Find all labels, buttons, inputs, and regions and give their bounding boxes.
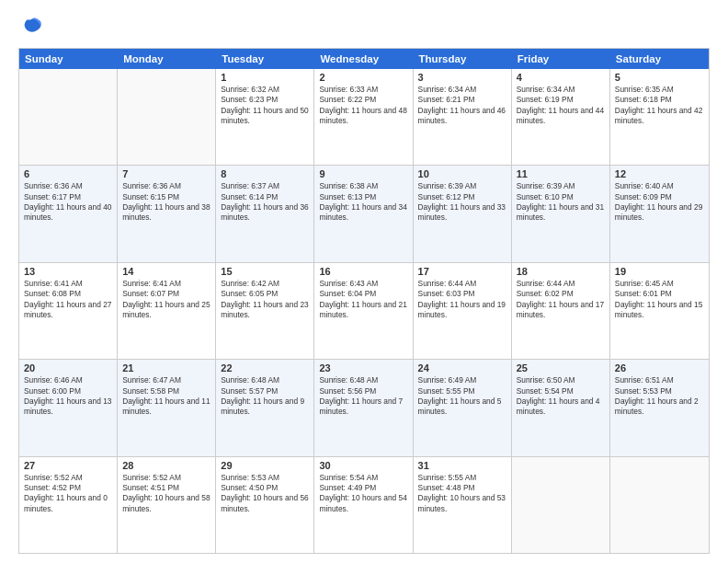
logo-icon xyxy=(18,15,44,40)
day-number: 29 xyxy=(221,460,309,471)
day-number: 13 xyxy=(24,266,112,277)
cell-info: Sunrise: 6:34 AM Sunset: 6:19 PM Dayligh… xyxy=(517,85,605,126)
cell-info: Sunrise: 6:39 AM Sunset: 6:10 PM Dayligh… xyxy=(517,181,605,223)
cell-info: Sunrise: 6:34 AM Sunset: 6:21 PM Dayligh… xyxy=(418,85,506,126)
day-number: 21 xyxy=(122,362,210,373)
calendar-cell-empty-0-1 xyxy=(118,69,216,165)
day-number: 24 xyxy=(418,362,506,373)
calendar-cell-9: 9Sunrise: 6:38 AM Sunset: 6:13 PM Daylig… xyxy=(314,166,413,261)
calendar-cell-10: 10Sunrise: 6:39 AM Sunset: 6:12 PM Dayli… xyxy=(414,166,512,261)
calendar-cell-24: 24Sunrise: 6:49 AM Sunset: 5:55 PM Dayli… xyxy=(414,360,512,455)
day-number: 26 xyxy=(615,362,704,373)
day-number: 18 xyxy=(517,266,605,277)
day-number: 25 xyxy=(517,362,605,373)
header xyxy=(18,15,710,40)
day-number: 11 xyxy=(517,168,605,179)
calendar-cell-14: 14Sunrise: 6:41 AM Sunset: 6:07 PM Dayli… xyxy=(118,263,216,359)
day-number: 16 xyxy=(319,266,407,277)
cell-info: Sunrise: 6:45 AM Sunset: 6:01 PM Dayligh… xyxy=(615,279,704,320)
calendar: SundayMondayTuesdayWednesdayThursdayFrid… xyxy=(18,48,710,554)
calendar-cell-6: 6Sunrise: 6:36 AM Sunset: 6:17 PM Daylig… xyxy=(19,166,118,261)
cell-info: Sunrise: 6:48 AM Sunset: 5:56 PM Dayligh… xyxy=(319,375,407,417)
header-day-saturday: Saturday xyxy=(610,49,709,69)
calendar-cell-13: 13Sunrise: 6:41 AM Sunset: 6:08 PM Dayli… xyxy=(19,263,118,359)
calendar-cell-20: 20Sunrise: 6:46 AM Sunset: 6:00 PM Dayli… xyxy=(19,360,118,455)
day-number: 3 xyxy=(418,72,506,83)
calendar-cell-28: 28Sunrise: 5:52 AM Sunset: 4:51 PM Dayli… xyxy=(118,457,216,553)
cell-info: Sunrise: 5:54 AM Sunset: 4:49 PM Dayligh… xyxy=(319,473,407,514)
calendar-week-2: 6Sunrise: 6:36 AM Sunset: 6:17 PM Daylig… xyxy=(19,166,709,262)
calendar-cell-25: 25Sunrise: 6:50 AM Sunset: 5:54 PM Dayli… xyxy=(512,360,610,455)
day-number: 14 xyxy=(122,266,210,277)
calendar-cell-4: 4Sunrise: 6:34 AM Sunset: 6:19 PM Daylig… xyxy=(512,69,610,165)
cell-info: Sunrise: 6:36 AM Sunset: 6:15 PM Dayligh… xyxy=(122,181,210,223)
day-number: 15 xyxy=(221,266,309,277)
calendar-cell-2: 2Sunrise: 6:33 AM Sunset: 6:22 PM Daylig… xyxy=(314,69,413,165)
cell-info: Sunrise: 5:52 AM Sunset: 4:52 PM Dayligh… xyxy=(24,473,112,514)
day-number: 28 xyxy=(122,460,210,471)
cell-info: Sunrise: 6:42 AM Sunset: 6:05 PM Dayligh… xyxy=(221,279,309,320)
day-number: 27 xyxy=(24,460,112,471)
calendar-cell-15: 15Sunrise: 6:42 AM Sunset: 6:05 PM Dayli… xyxy=(216,263,314,359)
cell-info: Sunrise: 6:46 AM Sunset: 6:00 PM Dayligh… xyxy=(24,375,112,417)
calendar-cell-1: 1Sunrise: 6:32 AM Sunset: 6:23 PM Daylig… xyxy=(216,69,314,165)
day-number: 31 xyxy=(418,460,506,471)
cell-info: Sunrise: 6:41 AM Sunset: 6:07 PM Dayligh… xyxy=(122,279,210,320)
header-day-sunday: Sunday xyxy=(19,49,118,69)
cell-info: Sunrise: 6:44 AM Sunset: 6:03 PM Dayligh… xyxy=(418,279,506,320)
cell-info: Sunrise: 5:52 AM Sunset: 4:51 PM Dayligh… xyxy=(122,473,210,514)
calendar-cell-27: 27Sunrise: 5:52 AM Sunset: 4:52 PM Dayli… xyxy=(19,457,118,553)
header-day-thursday: Thursday xyxy=(414,49,512,69)
logo xyxy=(18,15,48,40)
calendar-header: SundayMondayTuesdayWednesdayThursdayFrid… xyxy=(19,49,709,69)
calendar-cell-26: 26Sunrise: 6:51 AM Sunset: 5:53 PM Dayli… xyxy=(610,360,709,455)
cell-info: Sunrise: 6:48 AM Sunset: 5:57 PM Dayligh… xyxy=(221,375,309,417)
header-day-wednesday: Wednesday xyxy=(314,49,413,69)
cell-info: Sunrise: 6:51 AM Sunset: 5:53 PM Dayligh… xyxy=(615,375,704,417)
calendar-week-3: 13Sunrise: 6:41 AM Sunset: 6:08 PM Dayli… xyxy=(19,263,709,360)
cell-info: Sunrise: 6:41 AM Sunset: 6:08 PM Dayligh… xyxy=(24,279,112,320)
day-number: 23 xyxy=(319,362,407,373)
cell-info: Sunrise: 6:39 AM Sunset: 6:12 PM Dayligh… xyxy=(418,181,506,223)
cell-info: Sunrise: 6:49 AM Sunset: 5:55 PM Dayligh… xyxy=(418,375,506,417)
calendar-cell-31: 31Sunrise: 5:55 AM Sunset: 4:48 PM Dayli… xyxy=(414,457,512,553)
header-day-friday: Friday xyxy=(512,49,610,69)
calendar-cell-3: 3Sunrise: 6:34 AM Sunset: 6:21 PM Daylig… xyxy=(414,69,512,165)
day-number: 30 xyxy=(319,460,407,471)
calendar-week-1: 1Sunrise: 6:32 AM Sunset: 6:23 PM Daylig… xyxy=(19,69,709,166)
day-number: 5 xyxy=(615,72,704,83)
calendar-cell-7: 7Sunrise: 6:36 AM Sunset: 6:15 PM Daylig… xyxy=(118,166,216,261)
calendar-cell-18: 18Sunrise: 6:44 AM Sunset: 6:02 PM Dayli… xyxy=(512,263,610,359)
cell-info: Sunrise: 6:32 AM Sunset: 6:23 PM Dayligh… xyxy=(221,85,309,126)
calendar-cell-11: 11Sunrise: 6:39 AM Sunset: 6:10 PM Dayli… xyxy=(512,166,610,261)
header-day-monday: Monday xyxy=(118,49,216,69)
cell-info: Sunrise: 6:50 AM Sunset: 5:54 PM Dayligh… xyxy=(517,375,605,417)
cell-info: Sunrise: 6:35 AM Sunset: 6:18 PM Dayligh… xyxy=(615,85,704,126)
cell-info: Sunrise: 6:40 AM Sunset: 6:09 PM Dayligh… xyxy=(615,181,704,223)
day-number: 10 xyxy=(418,168,506,179)
calendar-cell-empty-4-6 xyxy=(610,457,709,553)
cell-info: Sunrise: 6:37 AM Sunset: 6:14 PM Dayligh… xyxy=(221,181,309,223)
calendar-cell-17: 17Sunrise: 6:44 AM Sunset: 6:03 PM Dayli… xyxy=(414,263,512,359)
calendar-cell-16: 16Sunrise: 6:43 AM Sunset: 6:04 PM Dayli… xyxy=(314,263,413,359)
day-number: 6 xyxy=(24,168,112,179)
day-number: 19 xyxy=(615,266,704,277)
calendar-cell-23: 23Sunrise: 6:48 AM Sunset: 5:56 PM Dayli… xyxy=(314,360,413,455)
calendar-cell-empty-4-5 xyxy=(512,457,610,553)
day-number: 20 xyxy=(24,362,112,373)
cell-info: Sunrise: 6:33 AM Sunset: 6:22 PM Dayligh… xyxy=(319,85,407,126)
cell-info: Sunrise: 6:44 AM Sunset: 6:02 PM Dayligh… xyxy=(517,279,605,320)
cell-info: Sunrise: 6:38 AM Sunset: 6:13 PM Dayligh… xyxy=(319,181,407,223)
day-number: 8 xyxy=(221,168,309,179)
day-number: 17 xyxy=(418,266,506,277)
day-number: 9 xyxy=(319,168,407,179)
header-day-tuesday: Tuesday xyxy=(216,49,314,69)
calendar-week-4: 20Sunrise: 6:46 AM Sunset: 6:00 PM Dayli… xyxy=(19,360,709,456)
day-number: 22 xyxy=(221,362,309,373)
cell-info: Sunrise: 5:55 AM Sunset: 4:48 PM Dayligh… xyxy=(418,473,506,514)
cell-info: Sunrise: 6:36 AM Sunset: 6:17 PM Dayligh… xyxy=(24,181,112,223)
day-number: 12 xyxy=(615,168,704,179)
calendar-week-5: 27Sunrise: 5:52 AM Sunset: 4:52 PM Dayli… xyxy=(19,457,709,553)
day-number: 7 xyxy=(122,168,210,179)
day-number: 4 xyxy=(517,72,605,83)
